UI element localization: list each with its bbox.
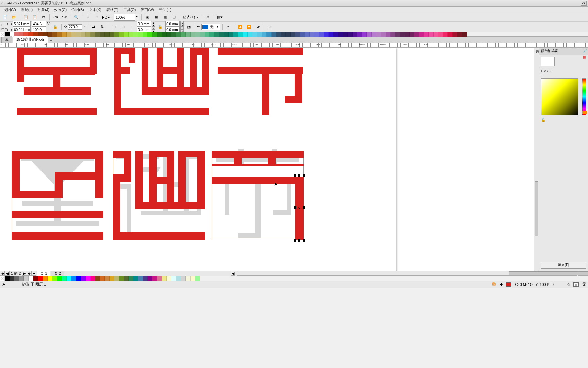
color-swatch[interactable]: [138, 32, 143, 37]
color-swatch[interactable]: [376, 32, 381, 37]
color-swatch[interactable]: [405, 32, 410, 37]
selection-handle[interactable]: [298, 174, 300, 177]
color-swatch[interactable]: [353, 32, 357, 37]
menu-text[interactable]: 文本(X): [87, 7, 103, 13]
color-swatch[interactable]: [143, 276, 148, 281]
color-swatch[interactable]: [362, 32, 367, 37]
menu-layout[interactable]: 布局(L): [19, 7, 35, 13]
color-swatch[interactable]: [24, 276, 29, 281]
add-tab-icon[interactable]: +: [48, 38, 54, 43]
pdf-icon[interactable]: PDF: [102, 14, 110, 21]
color-swatch[interactable]: [267, 32, 272, 37]
color-swatch[interactable]: [186, 276, 191, 281]
color-swatch[interactable]: [333, 32, 338, 37]
color-swatch[interactable]: [43, 276, 48, 281]
color-swatch[interactable]: [276, 32, 281, 37]
color-swatch[interactable]: [343, 32, 348, 37]
scroll-thumb-h[interactable]: [509, 271, 588, 275]
clone-icon[interactable]: ⧉: [40, 14, 47, 21]
scroll-thumb[interactable]: [535, 181, 538, 236]
color-swatch[interactable]: [176, 32, 181, 37]
color-swatch[interactable]: [57, 32, 62, 37]
color-swatch[interactable]: [233, 32, 238, 37]
page-tab-1[interactable]: 页 1: [37, 270, 50, 277]
color-swatch[interactable]: [162, 276, 167, 281]
color-swatch[interactable]: [133, 32, 138, 37]
color-preview[interactable]: [541, 57, 555, 66]
color-swatch[interactable]: [105, 276, 110, 281]
color-gradient[interactable]: [541, 78, 578, 115]
color-swatch[interactable]: [81, 32, 86, 37]
corner1-input[interactable]: [137, 21, 151, 27]
import-icon[interactable]: ⤓: [84, 14, 92, 21]
color-swatch[interactable]: [443, 32, 448, 37]
color-swatch[interactable]: [148, 32, 152, 37]
color-swatch[interactable]: [181, 32, 186, 37]
color-swatch[interactable]: [176, 276, 181, 281]
menu-effects[interactable]: 效果(C): [52, 7, 69, 13]
color-swatch[interactable]: [205, 32, 210, 37]
color-swatch[interactable]: [86, 276, 91, 281]
color-swatch[interactable]: [300, 32, 305, 37]
zoom-input[interactable]: 100%: [114, 14, 135, 21]
x-input[interactable]: [13, 21, 31, 27]
launch-icon[interactable]: ▤▾: [216, 14, 224, 21]
color-swatch[interactable]: [67, 32, 71, 37]
color-palette-top[interactable]: [0, 32, 588, 37]
color-swatch[interactable]: [119, 32, 124, 37]
color-swatch[interactable]: [10, 276, 14, 281]
grid-icon[interactable]: ▦: [161, 14, 169, 21]
color-swatch[interactable]: [38, 276, 43, 281]
relative-corner-icon[interactable]: ⬔: [185, 23, 193, 31]
color-swatch[interactable]: [0, 276, 5, 281]
color-swatch[interactable]: [381, 32, 386, 37]
menu-window[interactable]: 窗口(W): [139, 7, 157, 13]
color-swatch[interactable]: [33, 276, 38, 281]
export-icon[interactable]: ⤒: [93, 14, 101, 21]
color-swatch[interactable]: [71, 276, 76, 281]
color-swatch[interactable]: [157, 276, 162, 281]
color-swatch[interactable]: [152, 276, 157, 281]
redo-icon[interactable]: ↷▾: [61, 14, 68, 21]
fullscreen-icon[interactable]: ▣: [144, 14, 151, 21]
color-swatch[interactable]: [143, 32, 148, 37]
color-swatch[interactable]: [48, 32, 52, 37]
selection-center-icon[interactable]: ✕: [298, 206, 300, 209]
color-swatch[interactable]: [91, 32, 95, 37]
color-swatch[interactable]: [400, 32, 405, 37]
color-swatch[interactable]: [172, 276, 176, 281]
selection-handle[interactable]: [303, 174, 305, 177]
color-swatch[interactable]: [195, 32, 200, 37]
color-swatch[interactable]: [191, 32, 195, 37]
color-swatch[interactable]: [114, 32, 119, 37]
color-swatch[interactable]: [391, 32, 395, 37]
add-icon[interactable]: ⊕: [266, 23, 274, 31]
hue-slider[interactable]: [582, 78, 586, 115]
color-swatch[interactable]: [138, 276, 143, 281]
color-swatch[interactable]: [214, 32, 219, 37]
color-swatch[interactable]: [200, 32, 205, 37]
color-swatch[interactable]: [114, 276, 119, 281]
corner-scallop-icon[interactable]: ◻: [119, 23, 127, 31]
outline-width-combo[interactable]: 无 ▼: [201, 24, 220, 30]
color-swatch[interactable]: [357, 32, 362, 37]
snap-label[interactable]: 贴齐(T): [182, 15, 196, 20]
color-swatch[interactable]: [110, 276, 114, 281]
color-swatch[interactable]: [100, 32, 105, 37]
width-input[interactable]: [32, 21, 46, 27]
color-swatch[interactable]: [124, 32, 129, 37]
color-swatch[interactable]: [324, 32, 329, 37]
status-outline-swatch[interactable]: [573, 282, 579, 287]
horizontal-scrollbar[interactable]: [237, 271, 577, 276]
color-swatch[interactable]: [286, 32, 291, 37]
color-swatch[interactable]: [76, 32, 81, 37]
color-swatch[interactable]: [329, 32, 333, 37]
convert-curves-icon[interactable]: ⟳: [254, 23, 262, 31]
selection-handle[interactable]: [294, 174, 296, 177]
color-palette-bottom[interactable]: [0, 276, 588, 281]
color-swatch[interactable]: [110, 32, 114, 37]
height-input[interactable]: [32, 27, 46, 32]
corner2-input[interactable]: [137, 27, 151, 32]
color-swatch[interactable]: [95, 32, 100, 37]
corner-chamfer-icon[interactable]: ◻: [128, 23, 135, 31]
